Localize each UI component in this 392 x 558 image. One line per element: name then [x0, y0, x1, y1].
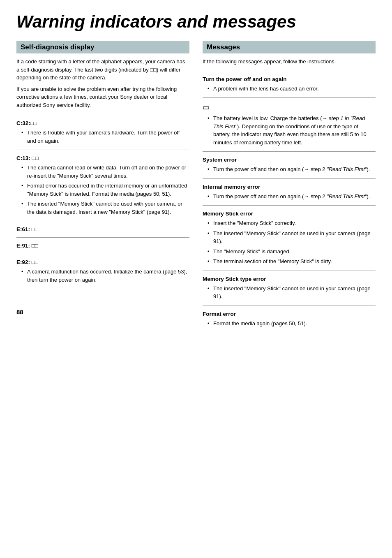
list-item: The camera cannot read or write data. Tu… [21, 164, 189, 180]
left-column: Self-diagnosis display If a code startin… [16, 41, 189, 315]
list-item: A camera malfunction has occurred. Initi… [21, 268, 189, 284]
subsection-system-title: System error [203, 157, 376, 163]
list-item: The inserted "Memory Stick" cannot be us… [208, 229, 376, 245]
page-number: 88 [16, 308, 23, 315]
divider-e91 [16, 237, 189, 238]
list-item: The inserted "Memory Stick" cannot be us… [208, 285, 376, 301]
divider-power [203, 71, 376, 71]
list-item: The battery level is low. Charge the bat… [208, 114, 376, 146]
divider-e92 [16, 254, 189, 254]
code-c32-label: C:32:□□ [16, 120, 189, 126]
subsection-battery-bullets: The battery level is low. Charge the bat… [203, 114, 376, 146]
subsection-memorystick-type-bullets: The inserted "Memory Stick" cannot be us… [203, 285, 376, 301]
divider-memorystick-type [203, 271, 376, 271]
subsection-power-title: Turn the power off and on again [203, 76, 376, 82]
subsection-format-bullets: Format the media again (pages 50, 51). [203, 320, 376, 328]
code-e92-label: E:92: □□ [16, 259, 189, 265]
list-item: The terminal section of the "Memory Stic… [208, 257, 376, 266]
divider-internal [203, 178, 376, 179]
list-item: A problem with the lens has caused an er… [208, 85, 376, 93]
divider-e61 [16, 221, 189, 221]
left-intro: If a code starting with a letter of the … [16, 58, 189, 109]
list-item: Turn the power off and then on again (→ … [208, 165, 376, 174]
list-item: Format the media again (pages 50, 51). [208, 320, 376, 328]
divider-battery [203, 97, 376, 98]
right-section-header: Messages [203, 41, 376, 53]
code-e61-label: E:61: □□ [16, 226, 189, 232]
intro-para-1: If a code starting with a letter of the … [16, 58, 189, 82]
code-c13-bullets: The camera cannot read or write data. Tu… [16, 164, 189, 216]
list-item: Format error has occurred in the interna… [21, 182, 189, 198]
subsection-format-title: Format error [203, 311, 376, 317]
subsection-power-bullets: A problem with the lens has caused an er… [203, 85, 376, 93]
intro-para-2: If you are unable to solve the problem e… [16, 85, 189, 109]
left-section-header: Self-diagnosis display [16, 41, 189, 53]
divider-system [203, 151, 376, 152]
subsection-memorystick-type-title: Memory Stick type error [203, 276, 376, 282]
subsection-internal-bullets: Turn the power off and then on again (→ … [203, 192, 376, 201]
subsection-system-bullets: Turn the power off and then on again (→ … [203, 165, 376, 174]
code-c13-label: C:13: □□ [16, 155, 189, 161]
right-column: Messages If the following messages appea… [203, 41, 376, 329]
right-intro: If the following messages appear, follow… [203, 58, 376, 66]
list-item: Insert the "Memory Stick" correctly. [208, 219, 376, 227]
divider-format [203, 306, 376, 306]
code-c32-bullets: There is trouble with your camera's hard… [16, 129, 189, 145]
divider-memorystick [203, 205, 376, 206]
subsection-internal-title: Internal memory error [203, 184, 376, 190]
list-item: The inserted "Memory Stick" cannot be us… [21, 200, 189, 216]
page-title: Warning indicators and messages [16, 12, 376, 31]
code-e91-label: E:91: □□ [16, 243, 189, 249]
divider-c32 [16, 115, 189, 115]
battery-icon: ▭ [203, 103, 376, 112]
divider-c13 [16, 150, 189, 150]
list-item: Turn the power off and then on again (→ … [208, 192, 376, 201]
code-e92-bullets: A camera malfunction has occurred. Initi… [16, 268, 189, 284]
list-item: There is trouble with your camera's hard… [21, 129, 189, 145]
subsection-memorystick-bullets: Insert the "Memory Stick" correctly. The… [203, 219, 376, 266]
list-item: The "Memory Stick" is damaged. [208, 248, 376, 256]
subsection-memorystick-title: Memory Stick error [203, 211, 376, 217]
